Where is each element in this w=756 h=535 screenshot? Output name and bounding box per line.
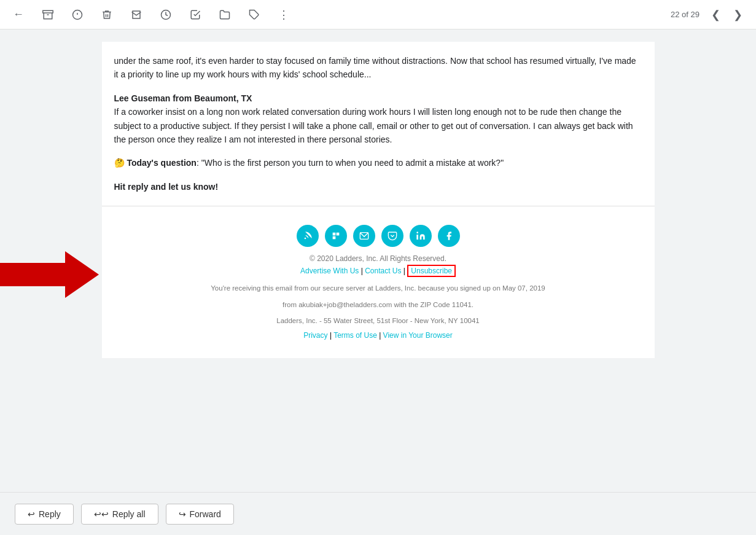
email-social-icon[interactable] [353, 225, 375, 247]
contact-link[interactable]: Contact Us [365, 267, 401, 275]
facebook-social-icon[interactable] [438, 225, 460, 247]
social-icons-row [114, 225, 642, 247]
back-arrow-icon[interactable]: ← [10, 6, 27, 23]
svg-point-7 [304, 238, 306, 240]
toolbar-left: ← [10, 6, 292, 23]
footer-copyright: © 2020 Ladders, Inc. All Rights Reserved… [114, 254, 642, 263]
spam-icon[interactable] [69, 6, 86, 23]
svg-rect-0 [43, 10, 53, 13]
flipboard-social-icon[interactable] [325, 225, 347, 247]
footer-info-2: from akubiak+job@theladders.com with the… [114, 299, 642, 310]
prev-email-button[interactable]: ❮ [707, 6, 724, 23]
bottom-action-bar: ↩ Reply ↩↩ Reply all ↪ Forward [0, 492, 756, 535]
reply-button[interactable]: ↩ Reply [15, 504, 74, 525]
contributor-text: If a coworker insist on a long non work … [114, 107, 633, 144]
pocket-social-icon[interactable] [381, 225, 403, 247]
forward-label: Forward [190, 509, 221, 519]
forward-icon: ↪ [179, 509, 186, 519]
question-label: Today's question [127, 158, 197, 168]
footer-links-row: Advertise With Us | Contact Us | Unsubsc… [114, 267, 642, 283]
svg-point-13 [416, 232, 418, 233]
delete-icon[interactable] [98, 6, 115, 23]
svg-rect-9 [332, 236, 335, 240]
email-body: under the same roof, it's even harder to… [102, 54, 655, 193]
reply-label: Reply [39, 509, 61, 519]
cta-text: Hit reply and let us know! [114, 182, 219, 192]
unsubscribe-link[interactable]: Unsubscribe [407, 265, 456, 277]
contributor-paragraph: Lee Guseman from Beaumont, TX If a cowor… [114, 92, 642, 147]
more-icon[interactable]: ⋮ [275, 6, 292, 23]
email-container: under the same roof, it's even harder to… [102, 42, 655, 358]
annotation-arrow [0, 251, 99, 298]
reply-all-icon: ↩↩ [94, 509, 109, 519]
svg-rect-10 [336, 233, 339, 236]
pagination-text: 22 of 29 [671, 10, 699, 19]
toolbar: ← [0, 0, 756, 29]
footer-info-3: Ladders, Inc. - 55 Water Street, 51st Fl… [114, 315, 642, 326]
question-text: : "Who is the first person you turn to w… [197, 158, 504, 168]
forward-button[interactable]: ↪ Forward [166, 504, 234, 525]
intro-text: under the same roof, it's even harder to… [114, 56, 636, 79]
cta-paragraph: Hit reply and let us know! [114, 180, 642, 193]
svg-rect-12 [416, 235, 418, 240]
footer-info-1: You're receiving this email from our sec… [114, 283, 642, 294]
move-to-icon[interactable] [216, 6, 233, 23]
rss-social-icon[interactable] [297, 225, 319, 247]
label-icon[interactable] [246, 6, 263, 23]
contributor-name: Lee Guseman from Beaumont, TX [114, 93, 252, 103]
reply-icon: ↩ [28, 509, 35, 519]
footer-section: © 2020 Ladders, Inc. All Rights Reserved… [102, 219, 655, 346]
question-emoji: 🤔 [114, 158, 125, 168]
question-paragraph: 🤔 Today's question: "Who is the first pe… [114, 156, 642, 170]
section-divider [102, 206, 655, 206]
snooze-icon[interactable] [157, 6, 174, 23]
terms-link[interactable]: Terms of Use [333, 331, 377, 340]
main-area: under the same roof, it's even harder to… [0, 29, 756, 492]
linkedin-social-icon[interactable] [410, 225, 432, 247]
archive-icon[interactable] [39, 6, 57, 23]
view-browser-link[interactable]: View in Your Browser [383, 331, 453, 340]
add-task-icon[interactable] [187, 6, 204, 23]
mark-unread-icon[interactable] [128, 6, 145, 23]
toolbar-right: 22 of 29 ❮ ❯ [671, 6, 746, 23]
intro-paragraph: under the same roof, it's even harder to… [114, 54, 642, 82]
advertise-link[interactable]: Advertise With Us [300, 267, 359, 275]
privacy-link[interactable]: Privacy [303, 331, 327, 340]
reply-all-button[interactable]: ↩↩ Reply all [81, 504, 158, 525]
reply-all-label: Reply all [112, 509, 146, 519]
footer-links: Advertise With Us | Contact Us | Unsubsc… [300, 267, 456, 275]
footer-bottom-links: Privacy | Terms of Use | View in Your Br… [114, 331, 642, 340]
next-email-button[interactable]: ❯ [729, 6, 746, 23]
svg-rect-8 [332, 233, 335, 236]
